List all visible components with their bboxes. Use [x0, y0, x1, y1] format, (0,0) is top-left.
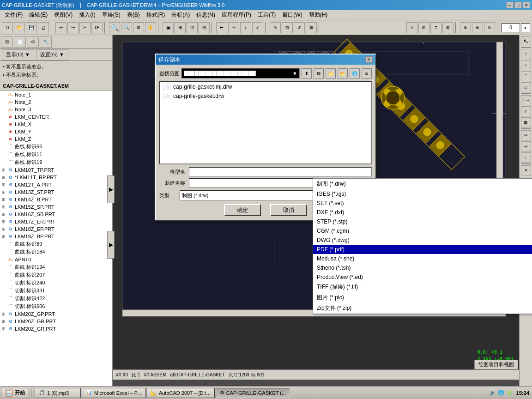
tree-expand-31[interactable]: ⊞	[2, 326, 6, 331]
tree-item[interactable]: ⊞ ⚙ LKM20Z_GR.PRT	[0, 318, 112, 325]
tree-expand-18[interactable]: ⊞	[2, 227, 6, 231]
menu-tools[interactable]: 工具(T)	[255, 10, 278, 20]
maximize-button[interactable]: □	[514, 2, 522, 8]
menu-edit[interactable]: 编辑(E)	[26, 10, 50, 20]
tb-print[interactable]: 🖨	[38, 22, 49, 33]
tb-r3[interactable]: T	[430, 22, 441, 33]
menu-sketch[interactable]: 草绘(S)	[99, 10, 123, 20]
tree-item[interactable]: Aₙ Note_2	[0, 98, 112, 106]
dropdown-item-8[interactable]: Medusa (*.she)	[313, 254, 532, 263]
tb-r1[interactable]: A	[406, 22, 417, 33]
dropdown-item-3[interactable]: DXF (*.dxf)	[313, 208, 532, 217]
tree-expand-30[interactable]: ⊞	[2, 319, 6, 324]
dropdown-item-4[interactable]: STEP (*.stp)	[313, 217, 532, 226]
tree-item[interactable]: ⊕ LKM_Y	[0, 128, 112, 135]
dropdown-item-11[interactable]: TIFF (描绘) (*.tif)	[313, 282, 532, 292]
taskbar-app-2[interactable]: 📊 Microsoft Excel – P...	[82, 388, 145, 398]
tb-redo[interactable]: ↪	[67, 22, 79, 33]
tree-item[interactable]: ⊞ ⚙ LKM17Z_ER.PRT	[0, 218, 112, 225]
tb-dim4[interactable]: ∠	[252, 22, 263, 33]
menu-window[interactable]: 窗口(W)	[279, 10, 305, 20]
taskbar-app-4[interactable]: ⚙ CAP-GRILLE-GASKET (...	[216, 388, 290, 398]
lp-btn2[interactable]: 📄	[14, 36, 26, 48]
dropdown-item-2[interactable]: SET (*.set)	[313, 199, 532, 208]
dropdown-item-5[interactable]: CGM (*.cgm)	[313, 226, 532, 236]
tb-rotate[interactable]: ↺	[294, 22, 305, 33]
nav-up-btn[interactable]: ⬆	[302, 68, 312, 79]
cancel-button[interactable]: 取消	[270, 204, 307, 216]
tree-expand-11[interactable]: ⊞	[2, 175, 6, 180]
tb-save[interactable]: 💾	[26, 22, 37, 33]
tree-expand-13[interactable]: ⊞	[2, 190, 6, 194]
tb-pan[interactable]: ✋	[145, 22, 156, 33]
tree-item[interactable]: ⊞ ⚙ LKM20Z_GR.PRT	[0, 325, 112, 332]
dropdown-item-7[interactable]: PDF (*.pdf)	[313, 245, 532, 254]
tree-item[interactable]: ⊕ LKM_X	[0, 121, 112, 128]
settings-dropdown-btn[interactable]: 设置(G) ▼	[36, 49, 68, 60]
tb-scale[interactable]: ⊠	[306, 22, 317, 33]
tree-expand-12[interactable]: ⊞	[2, 182, 6, 187]
tree-item[interactable]: Aₙ Note_1	[0, 91, 112, 98]
tree-item[interactable]: ⊞ ⚙ LKM20Z_GP.PRT	[0, 310, 112, 318]
tree-item[interactable]: ⌒ 曲线 标识19	[0, 158, 112, 166]
type-dropdown[interactable]: 制图 (*.drw)IGES (*.igs)SET (*.set)DXF (*.…	[313, 178, 532, 314]
lp-btn4[interactable]: 🔧	[40, 36, 52, 48]
tb-dim2[interactable]: ⊣	[228, 22, 239, 33]
tb-r6[interactable]: ⊗	[472, 22, 483, 33]
start-button[interactable]: 🪟 开始	[1, 388, 29, 398]
tb-snap[interactable]: ⊕	[270, 22, 281, 33]
file-item-2[interactable]: 📄 cap-grille-gasket.drw	[160, 91, 371, 101]
menu-file[interactable]: 文件(F)	[2, 10, 25, 20]
tb-view1[interactable]: ▣	[163, 22, 174, 33]
menu-help[interactable]: 帮助(H)	[306, 10, 331, 20]
tree-item[interactable]: ⊞ ⚙ LKM12T_A.PRT	[0, 181, 112, 188]
tree-expand-17[interactable]: ⊞	[2, 219, 6, 224]
tree-expand-16[interactable]: ⊞	[2, 212, 6, 217]
tree-item[interactable]: ⌒ 曲线 标识207	[0, 271, 112, 279]
tb-view4[interactable]: ⊟	[199, 22, 210, 33]
ok-button[interactable]: 确定	[224, 204, 261, 216]
tree-expand-19[interactable]: ⊞	[2, 234, 6, 239]
tree-item[interactable]: ⊞ ⚙ LKM16Z_SB.PRT	[0, 211, 112, 218]
path-combo-box[interactable]: ████████████████████ ▼	[181, 68, 300, 79]
menu-format[interactable]: 格式(R)	[144, 10, 168, 20]
tree-item[interactable]: ⌒ 切割 标识422	[0, 295, 112, 302]
nav-create-folder-btn[interactable]: 📁	[326, 68, 336, 79]
path-arrow[interactable]: ▼	[292, 71, 297, 76]
tree-item[interactable]: ⌒ 切割 标识606	[0, 302, 112, 310]
nav-desktop-btn[interactable]: 🖥	[314, 68, 324, 79]
lp-btn3[interactable]: ⚙	[27, 36, 39, 48]
tb-open[interactable]: 📂	[14, 22, 25, 33]
zoom-field2[interactable]: ▸	[521, 23, 530, 32]
tree-item[interactable]: Aₙ Note_3	[0, 106, 112, 113]
tree-item[interactable]: ⌒ 曲线 标识194	[0, 263, 112, 271]
dropdown-item-10[interactable]: ProductView (*.ed)	[313, 272, 532, 282]
menu-analysis[interactable]: 分析(A)	[169, 10, 193, 20]
menu-insert[interactable]: 插入(I)	[76, 10, 98, 20]
model-tree[interactable]: Aₙ Note_1 Aₙ Note_2 Aₙ Note_3 ⊕ LKM_CENT…	[0, 91, 112, 386]
menu-view[interactable]: 视图(V)	[51, 10, 75, 20]
menu-apps[interactable]: 应用程序(P)	[219, 10, 254, 20]
panel-expand-btn[interactable]: ▶	[107, 175, 115, 203]
tb-move[interactable]: ⊞	[282, 22, 293, 33]
tree-item[interactable]: ⌒ 曲线 标识184	[0, 248, 112, 256]
tree-item[interactable]: ⊞ ⚙ *LKM11T_RP.PRT	[0, 174, 112, 181]
tree-expand-15[interactable]: ⊞	[2, 205, 6, 209]
menu-table[interactable]: 表(B)	[124, 10, 143, 20]
zoom-field[interactable]: 0	[502, 23, 520, 32]
nav-folder-btn[interactable]: 📂	[338, 68, 348, 79]
menu-info[interactable]: 信息(N)	[193, 10, 218, 20]
close-button[interactable]: ✕	[523, 2, 530, 8]
tree-item[interactable]: ⌒ 曲线 标识89	[0, 240, 112, 248]
file-item-1[interactable]: 📄 cap-grille-gasket-mj.drw	[160, 82, 371, 91]
tree-item[interactable]: ⌒ 切割 标识331	[0, 287, 112, 295]
tree-expand-14[interactable]: ⊞	[2, 197, 6, 202]
taskbar-app-1[interactable]: 🎵 1 (6).mp3	[35, 388, 81, 398]
tb-dim1[interactable]: ⊢	[216, 22, 227, 33]
nav-view-btn[interactable]: ≡	[362, 68, 372, 79]
tree-expand-29[interactable]: ⊞	[2, 312, 6, 316]
tree-item[interactable]: ⊞ ⚙ LKM14Z_B.PRT	[0, 196, 112, 203]
dropdown-item-12[interactable]: 图片 (*.pic)	[313, 292, 532, 303]
tb-r7[interactable]: ⊖	[484, 22, 495, 33]
tree-item[interactable]: ⌒ 切割 标识240	[0, 279, 112, 287]
